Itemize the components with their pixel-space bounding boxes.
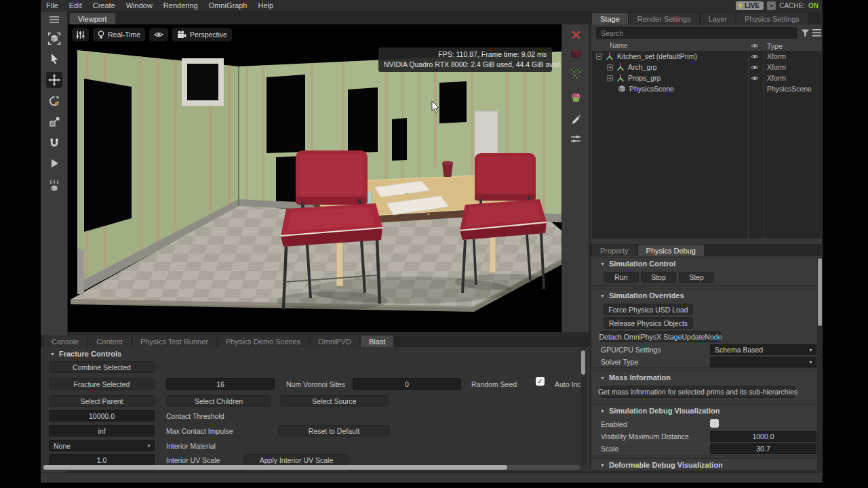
tab-physics-debug[interactable]: Physics Debug <box>638 245 704 256</box>
stage-search-input[interactable] <box>596 27 797 39</box>
grip-icon[interactable] <box>46 14 62 25</box>
select-children-button[interactable]: Select Children <box>166 395 271 407</box>
muffin-icon[interactable] <box>568 89 583 104</box>
visibility-eye-icon[interactable] <box>751 64 764 70</box>
simulation-control-header[interactable]: ▼ Simulation Control <box>600 260 675 268</box>
collapse-triangle-icon: ▼ <box>600 409 605 413</box>
menu-create[interactable]: Create <box>87 1 121 9</box>
play-icon[interactable] <box>46 155 62 171</box>
select-source-button[interactable]: Select Source <box>280 395 389 407</box>
tree-row-arch-grp[interactable]: + Arch_grp Xform <box>592 62 822 73</box>
get-mass-information-button[interactable]: Get mass information for selected prims … <box>600 386 795 398</box>
select-mode-icon[interactable] <box>46 30 62 47</box>
run-button[interactable]: Run <box>604 272 639 283</box>
camera-button[interactable]: Perspective <box>172 28 232 41</box>
simulation-debug-visualization-header[interactable]: ▼ Simulation Debug Visualization <box>600 407 720 415</box>
deformable-debug-visualization-header[interactable]: ▼ Deformable Debug Visualization <box>600 461 723 469</box>
render-mode-button[interactable]: Real-Time <box>93 28 145 41</box>
force-physics-usd-load-button[interactable]: Force Physics USD Load <box>604 304 693 315</box>
visibility-eye-icon[interactable] <box>751 75 764 81</box>
tab-console[interactable]: Console <box>43 336 87 347</box>
tab-layer[interactable]: Layer <box>701 13 736 24</box>
options-menu-icon[interactable] <box>812 29 821 37</box>
enabled-checkbox[interactable] <box>710 419 719 428</box>
menu-help[interactable]: Help <box>252 1 279 9</box>
select-parent-button[interactable]: Select Parent <box>49 395 155 407</box>
tab-stage[interactable]: Stage <box>592 13 628 24</box>
viewport-settings-button[interactable] <box>72 28 89 41</box>
tab-viewport[interactable]: Viewport <box>70 13 115 24</box>
viewport-3d-view[interactable]: Real-Time Perspective FPS: 110.87, Frame… <box>68 24 561 332</box>
visibility-eye-icon[interactable] <box>751 54 764 60</box>
detach-omniphysx-button[interactable]: Detach OmniPhysX StageUpdateNode <box>600 331 721 342</box>
max-contact-impulse-input[interactable] <box>49 425 155 436</box>
tree-row-physics-scene[interactable]: PhysicsScene PhysicsScene <box>592 83 822 94</box>
cache-label: CACHE: <box>779 2 805 9</box>
visibility-button[interactable] <box>149 28 168 41</box>
expand-expander[interactable]: + <box>607 75 613 81</box>
visibility-maximum-distance-input[interactable] <box>710 431 816 442</box>
menu-window[interactable]: Window <box>121 1 158 9</box>
tab-property[interactable]: Property <box>592 245 637 256</box>
scale-input[interactable] <box>710 443 816 454</box>
bottom-panel-vertical-scrollbar[interactable] <box>581 348 586 466</box>
interior-uv-scale-label: Interior UV Scale <box>166 456 220 464</box>
physics-drop-icon[interactable] <box>46 178 62 194</box>
num-voronoi-sites-input[interactable] <box>166 378 275 390</box>
stop-button[interactable]: Stop <box>641 272 676 283</box>
menu-file[interactable]: File <box>41 1 64 9</box>
interior-material-dropdown[interactable]: None ▼ <box>49 440 155 451</box>
gpu-cpu-settings-dropdown[interactable]: Schema Based ▼ <box>710 344 816 355</box>
close-destruct-icon[interactable] <box>568 27 583 42</box>
mass-information-header[interactable]: ▼ Mass Information <box>600 373 671 382</box>
fracture-controls-header[interactable]: ▼ Fracture Controls <box>50 350 121 358</box>
scale-tool-icon[interactable] <box>46 114 62 130</box>
menu-edit[interactable]: Edit <box>64 1 87 9</box>
bottom-panel-horizontal-scrollbar[interactable] <box>43 465 580 470</box>
menu-rendering[interactable]: Rendering <box>158 1 203 9</box>
rotate-tool-icon[interactable] <box>46 93 62 109</box>
collapse-triangle-icon: ▼ <box>600 262 605 266</box>
blast-cube-icon[interactable] <box>568 46 583 61</box>
tab-physics-settings[interactable]: Physics Settings <box>736 13 808 24</box>
tab-content[interactable]: Content <box>88 336 131 347</box>
reset-to-default-button[interactable]: Reset to Default <box>278 425 390 436</box>
interior-uv-scale-input[interactable] <box>49 454 155 466</box>
pencil-icon[interactable] <box>568 111 583 126</box>
tab-render-settings[interactable]: Render Settings <box>629 13 699 24</box>
snap-magnet-icon[interactable] <box>46 135 62 151</box>
step-button[interactable]: Step <box>679 272 714 283</box>
solver-type-dropdown[interactable]: ▼ <box>710 357 816 367</box>
tree-row-props-grp[interactable]: + Props_grp Xform <box>592 73 822 83</box>
move-tool-icon[interactable] <box>46 72 62 88</box>
auto-increment-label: Auto Incr <box>555 380 580 388</box>
random-seed-input[interactable] <box>353 378 461 390</box>
apply-interior-uv-scale-button[interactable]: Apply Interior UV Scale <box>244 454 349 466</box>
section-deformable-debug-visualization: ▼ Deformable Debug Visualization <box>592 458 816 471</box>
tab-omnipvd[interactable]: OmniPVD <box>310 336 359 347</box>
filter-icon[interactable] <box>801 28 810 37</box>
expand-expander[interactable]: + <box>607 64 613 70</box>
tab-physics-demo-scenes[interactable]: Physics Demo Scenes <box>218 336 309 347</box>
cursor-tool-icon[interactable] <box>46 51 62 67</box>
tab-physics-test-runner[interactable]: Physics Test Runner <box>132 336 216 347</box>
tree-row-kitchen-set[interactable]: − Kitchen_set (defaultPrim) Xform <box>592 51 822 62</box>
tab-blast[interactable]: Blast <box>361 336 393 347</box>
live-dropdown-button[interactable]: ▼ <box>767 1 776 10</box>
interior-material-label: Interior Material <box>166 442 216 450</box>
inspector-vertical-scrollbar[interactable] <box>817 257 822 471</box>
lightning-icon <box>738 2 743 9</box>
auto-increment-checkbox[interactable]: ✓ <box>536 377 545 386</box>
bottom-tab-bar: Console Content Physics Test Runner Phys… <box>41 336 590 347</box>
menu-omnigraph[interactable]: OmniGraph <box>203 1 253 9</box>
fracture-dice-icon[interactable] <box>568 66 583 81</box>
collapse-expander[interactable]: − <box>596 54 602 60</box>
simulation-overrides-header[interactable]: ▼ Simulation Overrides <box>600 291 684 300</box>
combine-selected-button[interactable]: Combine Selected <box>49 361 155 373</box>
release-physics-objects-button[interactable]: Release Physics Objects <box>604 317 693 329</box>
fps-overlay: FPS: 110.87, Frame time: 9.02 ms NVIDIA … <box>378 47 552 72</box>
blast-settings-icon[interactable] <box>568 131 583 146</box>
live-sync-button[interactable]: LIVE <box>736 1 764 10</box>
contact-threshold-input[interactable] <box>49 410 155 422</box>
fracture-selected-button[interactable]: Fracture Selected <box>49 378 155 390</box>
